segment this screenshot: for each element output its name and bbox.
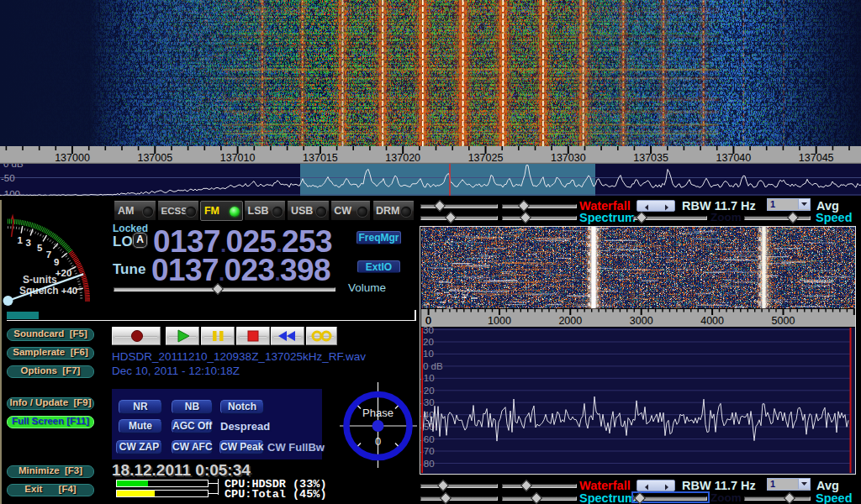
svg-text:-50: -50	[1, 173, 15, 183]
svg-text:1000: 1000	[488, 315, 511, 327]
svg-text:137000: 137000	[55, 152, 90, 164]
svg-text:Phase: Phase	[362, 407, 394, 419]
svg-text:137005: 137005	[137, 152, 172, 164]
svg-text:30: 30	[423, 327, 434, 335]
svg-text:2000: 2000	[558, 315, 582, 327]
svg-text:7: 7	[46, 249, 51, 260]
svg-text:10: 10	[423, 349, 434, 359]
svg-text:3000: 3000	[630, 315, 653, 327]
svg-text:3: 3	[25, 238, 30, 248]
svg-text:9: 9	[54, 257, 59, 267]
svg-text:4000: 4000	[700, 315, 724, 327]
svg-text:137010: 137010	[220, 152, 256, 164]
svg-text:5000: 5000	[772, 315, 795, 327]
svg-text:137015: 137015	[303, 152, 338, 164]
svg-text:1: 1	[17, 235, 23, 245]
svg-text:0: 0	[375, 435, 381, 448]
svg-text:+20: +20	[55, 268, 72, 278]
svg-text:137025: 137025	[468, 152, 504, 164]
svg-text:137030: 137030	[551, 152, 586, 164]
svg-text:+40: +40	[61, 286, 78, 296]
svg-text:0 dB: 0 dB	[3, 164, 24, 169]
svg-text:137040: 137040	[716, 152, 752, 164]
svg-text:137045: 137045	[799, 152, 834, 164]
svg-text:137035: 137035	[633, 152, 668, 164]
svg-text:0 dB: 0 dB	[423, 361, 443, 371]
svg-text:137020: 137020	[385, 152, 420, 164]
svg-text:20: 20	[423, 337, 434, 347]
svg-text:0: 0	[425, 315, 431, 327]
svg-text:5: 5	[37, 243, 43, 253]
